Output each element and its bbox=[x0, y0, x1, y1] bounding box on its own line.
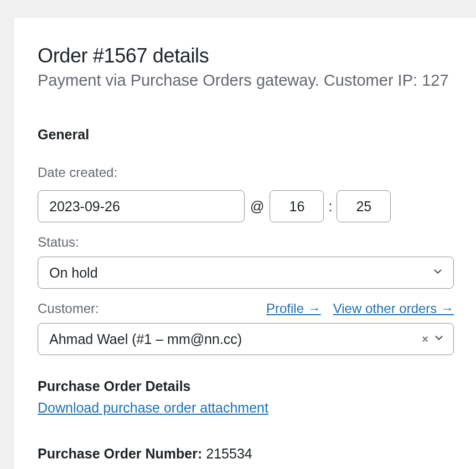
hour-input[interactable] bbox=[270, 190, 324, 222]
download-po-attachment-link[interactable]: Download purchase order attachment bbox=[38, 400, 268, 416]
status-select-wrapper: On hold bbox=[38, 257, 454, 289]
customer-select-icons: × bbox=[422, 332, 445, 346]
profile-link[interactable]: Profile → bbox=[266, 301, 321, 316]
view-other-orders-link[interactable]: View other orders → bbox=[333, 301, 454, 316]
po-number-value: 215534 bbox=[206, 446, 252, 461]
customer-header: Customer: Profile → View other orders → bbox=[38, 301, 454, 316]
po-number-row: Purchase Order Number: 215534 bbox=[38, 446, 476, 462]
customer-select-wrapper: Ahmad Wael (#1 – mm@nn.cc) × bbox=[38, 323, 454, 355]
general-heading: General bbox=[38, 127, 476, 143]
status-select[interactable]: On hold bbox=[38, 257, 454, 289]
chevron-down-icon bbox=[433, 332, 445, 346]
clear-customer-icon[interactable]: × bbox=[422, 333, 428, 346]
customer-links: Profile → View other orders → bbox=[266, 301, 454, 316]
date-created-label: Date created: bbox=[38, 165, 476, 180]
status-selected-value: On hold bbox=[49, 265, 98, 281]
time-colon: : bbox=[328, 199, 332, 215]
order-details-card: Order #1567 details Payment via Purchase… bbox=[14, 18, 476, 469]
po-number-label: Purchase Order Number: bbox=[38, 446, 202, 461]
at-symbol: @ bbox=[250, 199, 264, 215]
status-label: Status: bbox=[38, 234, 476, 250]
customer-selected-value: Ahmad Wael (#1 – mm@nn.cc) bbox=[49, 331, 242, 347]
order-subtitle: Payment via Purchase Orders gateway. Cus… bbox=[38, 70, 476, 91]
order-title: Order #1567 details bbox=[38, 44, 476, 67]
datetime-row: @ : bbox=[38, 190, 476, 222]
minute-input[interactable] bbox=[337, 190, 391, 222]
customer-select[interactable]: Ahmad Wael (#1 – mm@nn.cc) bbox=[38, 323, 454, 355]
customer-label: Customer: bbox=[38, 301, 99, 316]
date-created-input[interactable] bbox=[38, 190, 245, 222]
purchase-order-details-heading: Purchase Order Details bbox=[38, 378, 476, 394]
